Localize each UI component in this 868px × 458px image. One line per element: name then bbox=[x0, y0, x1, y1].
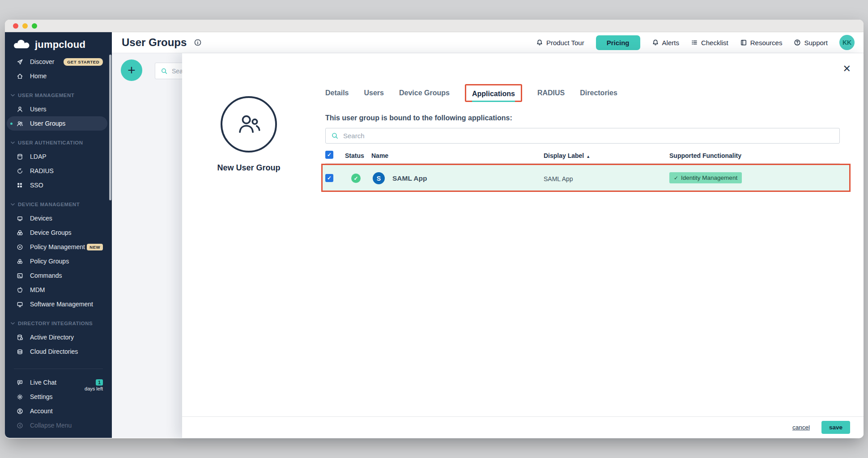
info-icon[interactable] bbox=[194, 38, 202, 47]
product-tour-button[interactable]: Product Tour bbox=[536, 39, 584, 47]
panel-tabs: Details Users Device Groups Applications… bbox=[325, 79, 617, 107]
sidebar-item-mdm[interactable]: MDM bbox=[7, 283, 110, 297]
row-checkbox-checked[interactable] bbox=[325, 174, 333, 182]
software-management-icon bbox=[16, 301, 23, 308]
sidebar-item-policy-management[interactable]: Policy Management NEW bbox=[7, 240, 110, 254]
jumpcloud-logo[interactable]: jumpcloud bbox=[5, 32, 112, 55]
get-started-badge: GET STARTED bbox=[64, 58, 103, 66]
sidebar-item-cloud-directories[interactable]: Cloud Directories bbox=[7, 344, 110, 359]
sidebar-item-ldap[interactable]: LDAP bbox=[7, 149, 110, 164]
sidebar-item-collapse-menu[interactable]: Collapse Menu bbox=[7, 418, 110, 433]
sidebar-item-live-chat[interactable]: Live Chat 1 days left bbox=[7, 375, 110, 390]
resources-button[interactable]: Resources bbox=[740, 39, 783, 47]
user-group-icon bbox=[236, 114, 261, 135]
sidebar-section-directory-integrations[interactable]: DIRECTORY INTEGRATIONS bbox=[5, 317, 112, 330]
tab-directories[interactable]: Directories bbox=[580, 89, 617, 97]
sidebar-scrollbar[interactable] bbox=[109, 55, 111, 200]
sso-grid-icon bbox=[16, 182, 23, 189]
content-area: + ✕ bbox=[112, 53, 864, 438]
book-icon bbox=[740, 39, 747, 46]
sidebar-item-label: Software Management bbox=[30, 301, 93, 308]
close-window-button[interactable] bbox=[13, 23, 18, 29]
header-actions: Product Tour Pricing Alerts Checklist Re… bbox=[536, 35, 855, 50]
sidebar-section-device-management[interactable]: DEVICE MANAGEMENT bbox=[5, 198, 112, 211]
terminal-icon bbox=[16, 272, 23, 279]
sidebar-item-label: Users bbox=[30, 106, 47, 113]
page-title: User Groups bbox=[122, 36, 187, 49]
sidebar-divider bbox=[14, 369, 103, 369]
minimize-window-button[interactable] bbox=[22, 23, 28, 29]
column-header-status[interactable]: Status bbox=[345, 152, 364, 159]
zoom-window-button[interactable] bbox=[32, 23, 37, 29]
panel-footer: cancel save bbox=[182, 416, 864, 438]
applications-search-input[interactable] bbox=[343, 132, 839, 140]
save-button[interactable]: save bbox=[821, 421, 850, 434]
alerts-button[interactable]: Alerts bbox=[652, 39, 679, 47]
chat-bubble-icon bbox=[16, 379, 23, 386]
new-badge: NEW bbox=[87, 244, 103, 250]
tab-radius[interactable]: RADIUS bbox=[537, 89, 565, 97]
pricing-button[interactable]: Pricing bbox=[596, 35, 640, 50]
bound-applications-text: This user group is bound to the followin… bbox=[325, 114, 512, 122]
sidebar-item-discover[interactable]: Discover GET STARTED bbox=[7, 55, 110, 69]
column-header-name[interactable]: Name bbox=[371, 152, 388, 159]
app-window: jumpcloud Discover GET STARTED Home USER… bbox=[5, 20, 864, 438]
tab-device-groups[interactable]: Device Groups bbox=[399, 89, 450, 97]
sidebar-item-devices[interactable]: Devices bbox=[7, 211, 110, 225]
close-icon[interactable]: ✕ bbox=[843, 64, 851, 74]
sidebar-item-software-management[interactable]: Software Management bbox=[7, 297, 110, 311]
user-avatar[interactable]: KK bbox=[839, 35, 855, 50]
support-button[interactable]: Support bbox=[794, 39, 828, 47]
sidebar-item-active-directory[interactable]: Active Directory bbox=[7, 330, 110, 344]
status-active-icon bbox=[351, 174, 361, 183]
sidebar-item-policy-groups[interactable]: Policy Groups bbox=[7, 254, 110, 268]
sidebar-item-commands[interactable]: Commands bbox=[7, 268, 110, 283]
column-header-display-label[interactable]: Display Label▲ bbox=[544, 152, 590, 159]
sidebar-item-radius[interactable]: RADIUS bbox=[7, 164, 110, 178]
sidebar-item-user-groups[interactable]: User Groups bbox=[7, 116, 107, 131]
main-header: User Groups Product Tour Pricing Alerts bbox=[112, 32, 864, 53]
sidebar-item-label: Home bbox=[30, 72, 47, 80]
apple-mdm-icon bbox=[16, 286, 23, 293]
cloud-directories-icon bbox=[16, 348, 23, 355]
sidebar-item-label: Devices bbox=[30, 215, 52, 222]
sidebar-item-users[interactable]: Users bbox=[7, 102, 110, 116]
group-name: New User Group bbox=[186, 163, 311, 173]
tab-details[interactable]: Details bbox=[325, 89, 349, 97]
sidebar-item-settings[interactable]: Settings bbox=[7, 390, 110, 404]
sidebar-item-account[interactable]: Account bbox=[7, 404, 110, 418]
list-search-box[interactable] bbox=[155, 63, 182, 79]
sidebar-item-label: RADIUS bbox=[30, 167, 54, 174]
desktop: { "brand": { "logo_text": "jumpcloud" },… bbox=[0, 0, 868, 458]
chevron-down-icon bbox=[11, 203, 15, 206]
sidebar-item-sso[interactable]: SSO bbox=[7, 178, 110, 192]
trial-days-badge: 1 bbox=[96, 379, 103, 386]
sidebar-item-label: User Groups bbox=[30, 120, 65, 127]
tab-users[interactable]: Users bbox=[364, 89, 383, 97]
sidebar-item-label: Policy Groups bbox=[30, 258, 69, 265]
database-icon bbox=[16, 153, 23, 160]
add-user-group-button[interactable]: + bbox=[121, 59, 142, 81]
applications-search-box[interactable] bbox=[325, 128, 840, 144]
sidebar-item-label: SSO bbox=[30, 182, 43, 189]
annotation-box-applications-tab: Applications bbox=[465, 84, 522, 102]
select-all-checkbox-checked[interactable] bbox=[325, 151, 333, 159]
sidebar-item-label: Cloud Directories bbox=[30, 348, 78, 355]
sidebar-item-label: Settings bbox=[30, 393, 53, 400]
column-header-supported-functionality[interactable]: Supported Functionality bbox=[669, 152, 741, 159]
jumpcloud-cloud-icon bbox=[13, 39, 31, 51]
devices-icon bbox=[16, 215, 23, 222]
sidebar-item-home[interactable]: Home bbox=[7, 69, 110, 83]
checklist-button[interactable]: Checklist bbox=[691, 39, 728, 47]
cancel-button[interactable]: cancel bbox=[792, 424, 810, 431]
sidebar-section-user-authentication[interactable]: USER AUTHENTICATION bbox=[5, 136, 112, 149]
device-groups-icon bbox=[16, 229, 23, 236]
tab-applications[interactable]: Applications bbox=[472, 90, 515, 102]
sidebar-item-device-groups[interactable]: Device Groups bbox=[7, 225, 110, 240]
app-name: SAML App bbox=[392, 174, 427, 182]
application-row[interactable]: S SAML App SAML App ✓Identity Management bbox=[323, 165, 849, 191]
sidebar-item-label: Active Directory bbox=[30, 334, 74, 341]
mac-titlebar bbox=[5, 20, 864, 32]
sidebar-section-user-management[interactable]: USER MANAGEMENT bbox=[5, 89, 112, 102]
list-search-input[interactable] bbox=[172, 68, 182, 75]
